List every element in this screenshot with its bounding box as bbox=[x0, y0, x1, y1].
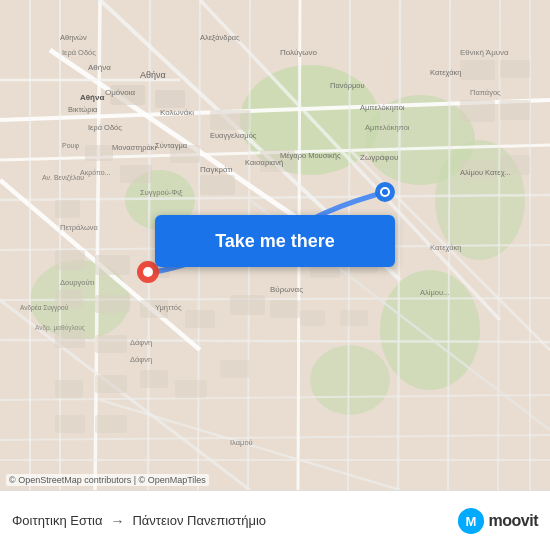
svg-text:Αλίμου Κατεχ...: Αλίμου Κατεχ... bbox=[460, 168, 511, 177]
svg-rect-61 bbox=[175, 380, 207, 398]
take-me-there-button[interactable]: Take me there bbox=[155, 215, 395, 267]
svg-rect-62 bbox=[220, 360, 250, 378]
svg-rect-41 bbox=[210, 110, 250, 130]
svg-rect-68 bbox=[340, 310, 368, 326]
map-container: Αθήνα Αθήνα Ομόνοια Ιερά Οδός Ρουφ Μονασ… bbox=[0, 0, 550, 490]
svg-rect-60 bbox=[140, 370, 168, 388]
svg-text:M: M bbox=[465, 513, 476, 528]
svg-text:Πολύγωνο: Πολύγωνο bbox=[280, 48, 318, 57]
svg-text:Μοναστηράκι: Μοναστηράκι bbox=[112, 143, 157, 152]
svg-text:Ακρόπο...: Ακρόπο... bbox=[80, 169, 110, 177]
svg-rect-48 bbox=[95, 255, 130, 275]
footer: Φοιτητικη Εστια → Πάντειον Πανεπιστήμιο … bbox=[0, 490, 550, 550]
svg-text:Εθνική Άμυνα: Εθνική Άμυνα bbox=[460, 48, 509, 57]
svg-text:Καισαριανή: Καισαριανή bbox=[245, 158, 283, 167]
svg-text:Μέγαρο Μουσικής: Μέγαρο Μουσικής bbox=[280, 151, 341, 160]
svg-text:Ιλαμού: Ιλαμού bbox=[230, 438, 253, 447]
svg-rect-52 bbox=[55, 330, 85, 348]
svg-text:Κατεχάκη: Κατεχάκη bbox=[430, 68, 462, 77]
svg-text:Αμπελόκηποι: Αμπελόκηποι bbox=[360, 103, 405, 112]
svg-text:Αθήνα: Αθήνα bbox=[80, 93, 104, 102]
footer-origin: Φοιτητικη Εστια bbox=[12, 513, 102, 528]
svg-rect-70 bbox=[500, 100, 530, 120]
svg-rect-47 bbox=[55, 250, 85, 270]
svg-rect-63 bbox=[55, 415, 85, 433]
svg-text:Πανόρμου: Πανόρμου bbox=[330, 81, 365, 90]
svg-text:Παπάγος: Παπάγος bbox=[470, 88, 501, 97]
map-attribution: © OpenStreetMap contributors | © OpenMap… bbox=[6, 474, 209, 486]
svg-text:Ευαγγελισμός: Ευαγγελισμός bbox=[210, 131, 257, 140]
svg-rect-64 bbox=[95, 415, 127, 433]
moovit-logo: M moovit bbox=[457, 507, 538, 535]
svg-text:Υμηττός: Υμηττός bbox=[155, 303, 182, 312]
svg-text:Ομόνοια: Ομόνοια bbox=[105, 88, 136, 97]
svg-rect-40 bbox=[55, 200, 80, 218]
svg-rect-71 bbox=[460, 60, 495, 80]
svg-point-120 bbox=[382, 189, 388, 195]
svg-rect-46 bbox=[200, 175, 235, 195]
svg-text:Συγγρού-Φιξ: Συγγρού-Φιξ bbox=[140, 188, 183, 197]
svg-rect-39 bbox=[155, 90, 185, 108]
svg-rect-67 bbox=[300, 310, 325, 326]
svg-rect-55 bbox=[185, 310, 215, 328]
svg-text:Ιερά Οδός: Ιερά Οδός bbox=[62, 48, 96, 57]
svg-rect-59 bbox=[95, 375, 127, 393]
svg-text:Δουργούτι: Δουργούτι bbox=[60, 278, 95, 287]
svg-text:Αμπελόκηποι: Αμπελόκηποι bbox=[365, 123, 410, 132]
svg-text:Κατεχάκη: Κατεχάκη bbox=[430, 243, 462, 252]
svg-rect-58 bbox=[55, 380, 83, 398]
svg-rect-45 bbox=[120, 165, 152, 183]
svg-point-117 bbox=[143, 267, 153, 277]
svg-rect-44 bbox=[85, 145, 113, 161]
svg-text:Παγκράτι: Παγκράτι bbox=[200, 165, 233, 174]
svg-rect-72 bbox=[500, 60, 530, 78]
moovit-text: moovit bbox=[489, 512, 538, 530]
moovit-logo-icon: M bbox=[457, 507, 485, 535]
svg-text:Αλεξάνδρας: Αλεξάνδρας bbox=[200, 33, 240, 42]
svg-text:Αλίμου...: Αλίμου... bbox=[420, 288, 449, 297]
svg-point-7 bbox=[310, 345, 390, 415]
svg-text:Ανδρέα Συγγρού: Ανδρέα Συγγρού bbox=[20, 304, 69, 312]
svg-rect-56 bbox=[230, 295, 265, 315]
svg-text:Ανδρ. μαθόγλους: Ανδρ. μαθόγλους bbox=[35, 324, 85, 332]
svg-text:Βικτώρια: Βικτώρια bbox=[68, 105, 98, 114]
svg-text:Σύνταγμα: Σύνταγμα bbox=[155, 141, 188, 150]
svg-text:Ιερά Οδός: Ιερά Οδός bbox=[88, 123, 122, 132]
svg-text:Αθηνών: Αθηνών bbox=[60, 33, 87, 42]
footer-destination: Πάντειον Πανεπιστήμιο bbox=[132, 513, 266, 528]
svg-rect-69 bbox=[460, 100, 495, 122]
svg-rect-57 bbox=[270, 300, 300, 318]
svg-text:Αν. Βενιζέλου: Αν. Βενιζέλου bbox=[42, 174, 84, 182]
svg-text:Αθήνα: Αθήνα bbox=[88, 63, 111, 72]
svg-text:Βύρωνας: Βύρωνας bbox=[270, 285, 303, 294]
svg-text:Αθήνα: Αθήνα bbox=[140, 70, 166, 80]
footer-arrow-icon: → bbox=[110, 513, 124, 529]
svg-text:Κολωνάκι: Κολωνάκι bbox=[160, 108, 194, 117]
svg-rect-53 bbox=[95, 335, 127, 353]
svg-rect-51 bbox=[95, 295, 130, 313]
svg-text:Ρουφ: Ρουφ bbox=[62, 142, 79, 150]
svg-text:Ζωγράφου: Ζωγράφου bbox=[360, 153, 398, 162]
svg-text:Δάφνη: Δάφνη bbox=[130, 338, 152, 347]
svg-text:Δάφνη: Δάφνη bbox=[130, 355, 152, 364]
svg-text:Πετράλωνα: Πετράλωνα bbox=[60, 223, 99, 232]
